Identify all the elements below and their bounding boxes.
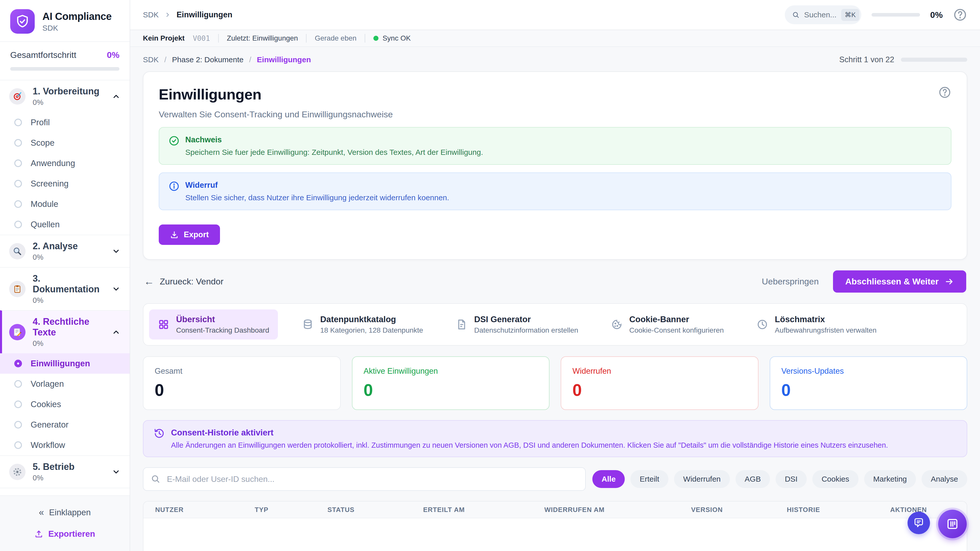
chevron-down-icon bbox=[112, 247, 121, 256]
magnifier-icon bbox=[9, 243, 25, 259]
status-bar: Kein Projekt V001 Zuletzt: Einwilligunge… bbox=[130, 30, 980, 47]
sidebar-item-module[interactable]: Module bbox=[0, 194, 130, 214]
tab-title: Löschmatrix bbox=[775, 314, 877, 324]
sidebar-item-label: Workflow bbox=[30, 440, 65, 450]
collapse-sidebar-button[interactable]: « Einklappen bbox=[0, 503, 130, 522]
header-progress-value: 0% bbox=[930, 10, 943, 20]
section-header-analyse[interactable]: 2. Analyse 0% bbox=[0, 235, 130, 267]
tab-subtitle: Consent-Tracking Dashboard bbox=[176, 326, 269, 334]
step-label: Schritt 1 von 22 bbox=[839, 55, 894, 64]
chip-analyse[interactable]: Analyse bbox=[921, 470, 967, 488]
page-title: Einwilligungen bbox=[159, 86, 261, 103]
chat-fab-button[interactable] bbox=[907, 512, 930, 534]
sidebar-item-screening[interactable]: Screening bbox=[0, 173, 130, 194]
sidebar-item-generator[interactable]: Generator bbox=[0, 414, 130, 435]
memo-icon bbox=[9, 324, 25, 340]
sidebar-item-label: Module bbox=[30, 199, 58, 209]
alert-text: Speichern Sie fuer jede Einwilligung: Ze… bbox=[185, 148, 483, 157]
tab-dsi-generator[interactable]: DSI GeneratorDatenschutzinformation erst… bbox=[447, 310, 587, 340]
tab-uebersicht[interactable]: ÜbersichtConsent-Tracking Dashboard bbox=[149, 310, 278, 340]
help-icon[interactable] bbox=[953, 8, 967, 22]
header-progress-bar bbox=[872, 13, 920, 17]
double-chevron-left-icon: « bbox=[39, 507, 44, 518]
sidebar-item-vorlagen[interactable]: Vorlagen bbox=[0, 374, 130, 394]
breadcrumb-current: Einwilligungen bbox=[257, 56, 311, 64]
chip-marketing[interactable]: Marketing bbox=[864, 470, 916, 488]
tab-datenpunktkatalog[interactable]: Datenpunktkatalog18 Kategorien, 128 Date… bbox=[293, 310, 432, 340]
sidebar-item-cookies[interactable]: Cookies bbox=[0, 394, 130, 414]
stat-label: Aktive Einwilligungen bbox=[364, 367, 538, 376]
sidebar-section-dokumentation: 3. Dokumentation 0% bbox=[0, 267, 130, 310]
kanban-fab-button[interactable] bbox=[938, 510, 967, 538]
download-icon bbox=[170, 230, 179, 239]
radio-unchecked-icon bbox=[14, 221, 22, 228]
chip-dsi[interactable]: DSI bbox=[776, 470, 807, 488]
chevron-right-icon bbox=[164, 11, 171, 18]
section-header-vorbereitung[interactable]: 1. Vorbereitung 0% bbox=[0, 80, 130, 112]
export-button[interactable]: Export bbox=[159, 224, 220, 245]
tab-subtitle: Cookie-Consent konfigurieren bbox=[629, 326, 724, 334]
export-sidebar-button[interactable]: Exportieren bbox=[0, 524, 130, 543]
page-breadcrumb-row: SDK / Phase 2: Dokumente / Einwilligunge… bbox=[143, 55, 967, 64]
section-header-rechtliche-texte[interactable]: 4. Rechtliche Texte 0% bbox=[2, 311, 130, 353]
chip-agb[interactable]: AGB bbox=[735, 470, 770, 488]
column-header-status: STATUS bbox=[328, 506, 423, 514]
consents-hero-card: Einwilligungen Verwalten Sie Consent-Tra… bbox=[143, 71, 967, 260]
chevron-up-icon bbox=[112, 92, 121, 101]
chip-widerrufen[interactable]: Widerrufen bbox=[674, 470, 730, 488]
radio-unchecked-icon bbox=[14, 119, 22, 126]
global-search-button[interactable]: Suchen... ⌘K bbox=[785, 5, 861, 24]
help-icon[interactable] bbox=[938, 86, 951, 99]
gear-icon bbox=[9, 464, 25, 480]
alert-nachweis: Nachweis Speichern Sie fuer jede Einwill… bbox=[159, 127, 951, 165]
radio-unchecked-icon bbox=[14, 139, 22, 147]
history-banner-text: Alle Änderungen an Einwilligungen werden… bbox=[171, 441, 888, 449]
breadcrumb-phase[interactable]: Phase 2: Dokumente bbox=[172, 56, 243, 64]
skip-button[interactable]: Ueberspringen bbox=[762, 276, 819, 286]
section-progress: 0% bbox=[33, 253, 105, 262]
sidebar-item-scope[interactable]: Scope bbox=[0, 133, 130, 153]
sidebar-item-einwilligungen[interactable]: Einwilligungen bbox=[0, 353, 130, 374]
complete-next-button[interactable]: Abschliessen & Weiter bbox=[833, 270, 966, 292]
header-breadcrumb: SDK Einwilligungen bbox=[143, 10, 232, 19]
sidebar-item-label: Screening bbox=[30, 179, 68, 189]
sidebar-item-workflow[interactable]: Workflow bbox=[0, 435, 130, 455]
chip-alle[interactable]: Alle bbox=[592, 470, 625, 488]
user-search-input[interactable] bbox=[143, 467, 586, 491]
history-clock-icon bbox=[154, 428, 165, 449]
sidebar-group-label: MASCHINENRECHT / CE bbox=[0, 488, 130, 495]
sidebar-section-analyse: 2. Analyse 0% bbox=[0, 235, 130, 267]
tab-subtitle: 18 Kategorien, 128 Datenpunkte bbox=[320, 326, 423, 334]
tab-title: Datenpunktkatalog bbox=[320, 314, 423, 324]
breadcrumb: SDK / Phase 2: Dokumente / Einwilligunge… bbox=[143, 56, 311, 64]
tab-cookie-banner[interactable]: Cookie-BannerCookie-Consent konfiguriere… bbox=[602, 310, 732, 340]
breadcrumb-sdk[interactable]: SDK bbox=[143, 56, 159, 64]
consent-history-banner: Consent-Historie aktiviert Alle Änderung… bbox=[143, 420, 967, 457]
sidebar-item-profil[interactable]: Profil bbox=[0, 112, 130, 133]
chip-erteilt[interactable]: Erteilt bbox=[630, 470, 668, 488]
section-label: 1. Vorbereitung bbox=[33, 86, 99, 97]
sidebar-item-quellen[interactable]: Quellen bbox=[0, 214, 130, 235]
breadcrumb-root[interactable]: SDK bbox=[143, 11, 159, 19]
section-header-dokumentation[interactable]: 3. Dokumentation 0% bbox=[0, 268, 130, 310]
chat-bubble-icon bbox=[913, 517, 924, 529]
shield-check-icon bbox=[15, 14, 30, 29]
info-icon bbox=[169, 181, 180, 202]
section-progress: 0% bbox=[33, 474, 105, 482]
grid-icon bbox=[158, 319, 169, 330]
main-area: SDK Einwilligungen Suchen... ⌘K 0% Kein … bbox=[130, 0, 980, 551]
stat-value: 0 bbox=[155, 380, 329, 400]
section-header-betrieb[interactable]: 5. Betrieb 0% bbox=[0, 456, 130, 488]
chip-cookies[interactable]: Cookies bbox=[812, 470, 858, 488]
sidebar-item-anwendung[interactable]: Anwendung bbox=[0, 153, 130, 173]
stat-value: 0 bbox=[573, 380, 747, 400]
divider bbox=[365, 34, 365, 43]
back-link[interactable]: ← Zurueck: Vendor bbox=[144, 276, 223, 287]
tab-title: Cookie-Banner bbox=[629, 314, 724, 324]
column-header-typ: TYP bbox=[255, 506, 328, 514]
sync-ok-dot-icon bbox=[373, 36, 379, 41]
tab-loeschmatrix[interactable]: LöschmatrixAufbewahrungsfristen verwalte… bbox=[748, 310, 885, 340]
kanban-columns-icon bbox=[946, 517, 959, 530]
section-label: 4. Rechtliche Texte bbox=[33, 316, 89, 338]
history-banner-title: Consent-Historie aktiviert bbox=[171, 428, 888, 437]
